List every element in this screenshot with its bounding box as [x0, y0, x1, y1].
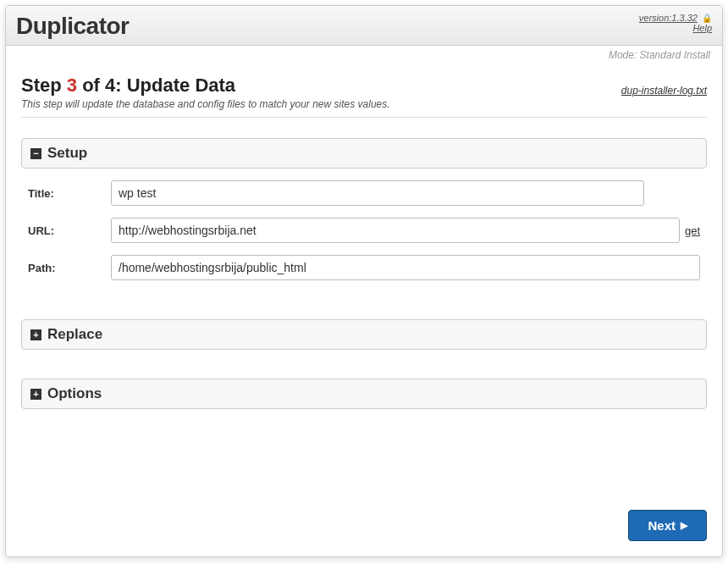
divider [21, 117, 707, 118]
plus-icon: + [30, 329, 41, 340]
chevron-right-icon: ▶ [681, 520, 687, 531]
url-label: URL: [28, 224, 111, 237]
title-input[interactable] [111, 180, 644, 206]
app-title: Duplicator [16, 13, 129, 40]
lock-icon: 🔒 [702, 14, 712, 23]
replace-panel-header[interactable]: + Replace [21, 319, 707, 350]
setup-panel-title: Setup [47, 145, 87, 162]
title-label: Title: [28, 187, 111, 200]
options-panel-title: Options [47, 385, 102, 402]
mode-text: Mode: Standard Install [6, 46, 722, 61]
version-link[interactable]: version:1.3.32 [639, 13, 698, 23]
next-button[interactable]: Next▶ [628, 510, 707, 541]
get-link[interactable]: get [685, 224, 700, 237]
replace-panel-title: Replace [47, 326, 102, 343]
setup-panel-header[interactable]: − Setup [21, 138, 707, 169]
installer-log-link[interactable]: dup-installer-log.txt [621, 85, 707, 97]
help-link[interactable]: Help [692, 23, 712, 33]
url-input[interactable] [111, 218, 680, 243]
path-label: Path: [28, 262, 111, 274]
options-panel-header[interactable]: + Options [21, 379, 707, 409]
setup-panel-body: Title: URL: get Path: [21, 169, 707, 301]
path-input[interactable] [111, 255, 700, 280]
step-title: Step 3 of 4: Update Data [21, 75, 235, 97]
step-subtitle: This step will update the database and c… [21, 98, 707, 110]
minus-icon: − [30, 148, 41, 159]
plus-icon: + [30, 389, 41, 400]
